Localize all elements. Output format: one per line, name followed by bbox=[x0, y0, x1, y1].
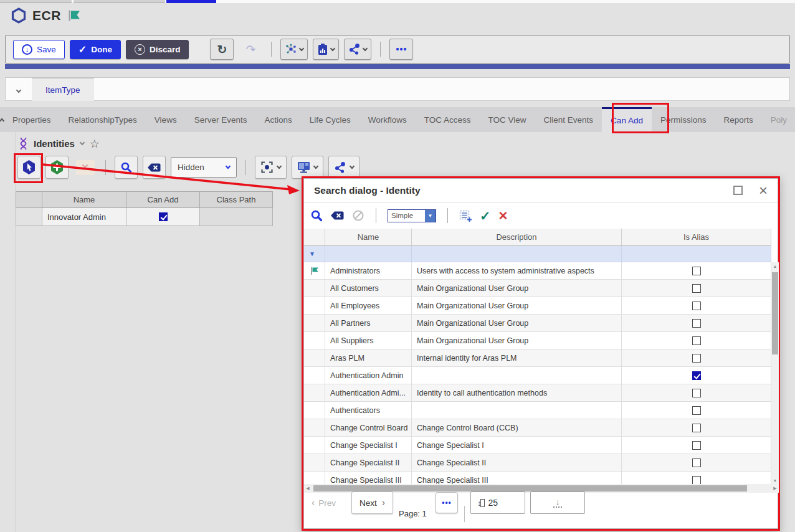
itemtype-accordion-tab[interactable]: ItemType bbox=[32, 77, 94, 101]
browser-tab-active[interactable] bbox=[166, 0, 216, 3]
tab-reports[interactable]: Reports bbox=[715, 107, 761, 132]
browser-tab[interactable] bbox=[0, 0, 72, 3]
hidden-filter-select[interactable]: Hidden bbox=[171, 157, 237, 178]
is-alias-cell[interactable] bbox=[622, 297, 771, 315]
tab-permissions[interactable]: Permissions bbox=[652, 107, 715, 132]
table-row[interactable]: Innovator Admin bbox=[16, 208, 273, 226]
is-alias-cell[interactable] bbox=[622, 262, 771, 280]
description-cell[interactable]: Main Organizational User Group bbox=[412, 332, 622, 349]
description-cell[interactable]: Change Control Board (CCB) bbox=[412, 419, 622, 437]
is-alias-checkbox[interactable] bbox=[692, 424, 701, 432]
more-button[interactable]: ••• bbox=[389, 39, 413, 60]
description-cell[interactable] bbox=[412, 402, 622, 419]
name-cell[interactable]: Authenticators bbox=[325, 402, 412, 419]
is-alias-cell[interactable] bbox=[622, 332, 771, 349]
tab-actions[interactable]: Actions bbox=[255, 107, 300, 132]
dialog-grid-row[interactable]: Authenticators bbox=[304, 402, 771, 419]
name-cell[interactable]: Authentication Admin bbox=[325, 367, 412, 384]
tab-client-events[interactable]: Client Events bbox=[535, 107, 602, 132]
download-button[interactable]: ↓ bbox=[530, 492, 585, 514]
share-button[interactable] bbox=[344, 39, 371, 60]
row-selector-cell[interactable] bbox=[16, 208, 42, 226]
description-cell[interactable]: Main Organizational User Group bbox=[412, 315, 622, 332]
dialog-grid-row[interactable]: All CustomersMain Organizational User Gr… bbox=[304, 280, 771, 297]
row-selector-cell[interactable] bbox=[304, 297, 325, 315]
column-header-description[interactable]: Description bbox=[412, 229, 622, 246]
dialog-grid-row[interactable]: Aras PLMInternal identity for Aras PLM bbox=[304, 349, 771, 367]
row-selector-cell[interactable] bbox=[304, 419, 325, 437]
row-selector-cell[interactable] bbox=[304, 384, 325, 402]
name-cell[interactable]: Change Control Board bbox=[325, 419, 412, 437]
filter-cell-description[interactable] bbox=[412, 246, 622, 262]
next-page-button[interactable]: Next › bbox=[351, 492, 393, 514]
is-alias-cell[interactable] bbox=[622, 384, 771, 402]
is-alias-checkbox[interactable] bbox=[692, 336, 701, 345]
is-alias-checkbox[interactable] bbox=[692, 267, 701, 275]
dialog-grid-row[interactable]: All PartnersMain Organizational User Gro… bbox=[304, 315, 771, 332]
discard-button[interactable]: × Discard bbox=[126, 40, 189, 59]
is-alias-checkbox[interactable] bbox=[692, 284, 701, 293]
name-cell[interactable]: Aras PLM bbox=[325, 349, 412, 367]
is-alias-cell[interactable] bbox=[622, 315, 771, 332]
report-button[interactable] bbox=[313, 39, 339, 60]
structure-button[interactable] bbox=[280, 39, 308, 60]
description-cell[interactable]: Internal identity for Aras PLM bbox=[412, 349, 622, 367]
tab-relationshiptypes[interactable]: RelationshipTypes bbox=[60, 107, 146, 132]
dialog-title-bar[interactable]: Search dialog - Identity × bbox=[304, 179, 778, 202]
is-alias-checkbox[interactable] bbox=[692, 406, 701, 415]
tab-workflows[interactable]: Workflows bbox=[359, 107, 416, 132]
browser-tab[interactable] bbox=[74, 0, 165, 3]
tab-life-cycles[interactable]: Life Cycles bbox=[301, 107, 359, 132]
favorite-icon[interactable]: ☆ bbox=[90, 138, 100, 150]
tab-views[interactable]: Views bbox=[146, 107, 186, 132]
can-add-checkbox[interactable] bbox=[159, 212, 168, 221]
tab-poly[interactable]: Poly bbox=[762, 107, 795, 132]
filter-cell-name[interactable] bbox=[325, 246, 412, 262]
clear-search-icon[interactable] bbox=[330, 211, 345, 221]
tab-toc-access[interactable]: TOC Access bbox=[416, 107, 480, 132]
name-cell[interactable]: All Suppliers bbox=[325, 332, 412, 349]
dialog-grid-row[interactable]: All EmployeesMain Organizational User Gr… bbox=[304, 297, 771, 315]
tab-toc-view[interactable]: TOC View bbox=[480, 107, 535, 132]
focus-button[interactable] bbox=[255, 156, 287, 179]
description-cell[interactable]: Main Organizational User Group bbox=[412, 297, 622, 315]
confirm-icon[interactable]: ✓ bbox=[480, 209, 491, 222]
search-button[interactable] bbox=[115, 156, 138, 179]
filter-cell[interactable]: ▼ bbox=[304, 246, 325, 262]
name-cell[interactable]: Innovator Admin bbox=[42, 208, 126, 226]
save-button[interactable]: ↓ Save bbox=[13, 40, 65, 59]
is-alias-checkbox[interactable] bbox=[692, 389, 701, 397]
name-cell[interactable]: All Employees bbox=[325, 297, 412, 315]
clear-search-button[interactable] bbox=[143, 156, 166, 179]
column-header-is-alias[interactable]: Is Alias bbox=[622, 229, 771, 246]
is-alias-cell[interactable] bbox=[622, 402, 771, 419]
row-selector-cell[interactable] bbox=[304, 367, 325, 384]
maximize-icon[interactable] bbox=[733, 186, 743, 195]
scroll-thumb[interactable] bbox=[772, 272, 778, 354]
description-cell[interactable]: Main Organizational User Group bbox=[412, 280, 622, 297]
dialog-grid-row[interactable]: AdministratorsUsers with access to syste… bbox=[304, 262, 771, 280]
row-selector-cell[interactable] bbox=[304, 315, 325, 332]
name-cell[interactable]: Authentication Admi... bbox=[325, 384, 412, 402]
dialog-grid-row[interactable]: Authentication Admi...Identity to call a… bbox=[304, 384, 771, 402]
chevron-down-icon[interactable] bbox=[16, 88, 21, 93]
multiselect-icon[interactable] bbox=[459, 209, 472, 222]
is-alias-checkbox[interactable] bbox=[692, 319, 701, 328]
column-header-name[interactable]: Name bbox=[325, 229, 412, 246]
chevron-down-icon[interactable] bbox=[80, 140, 85, 145]
row-selector-cell[interactable] bbox=[304, 332, 325, 349]
description-cell[interactable]: Users with access to system administrati… bbox=[412, 262, 622, 280]
refresh-button[interactable]: ↻ bbox=[210, 39, 234, 60]
column-header-can-add[interactable]: Can Add bbox=[126, 191, 199, 208]
scroll-up-arrow[interactable]: ▲ bbox=[771, 262, 779, 270]
description-cell[interactable] bbox=[412, 367, 622, 384]
row-selector-cell[interactable] bbox=[304, 349, 325, 367]
row-selector-cell[interactable] bbox=[304, 280, 325, 297]
done-button[interactable]: ✓ Done bbox=[70, 40, 121, 59]
share-button[interactable] bbox=[328, 156, 359, 179]
filter-cell-is-alias[interactable] bbox=[622, 246, 771, 262]
row-selector-cell[interactable] bbox=[304, 262, 325, 280]
select-dropdown-button[interactable]: ▼ bbox=[425, 210, 436, 222]
tab-properties[interactable]: Properties bbox=[4, 107, 60, 132]
is-alias-checkbox[interactable] bbox=[692, 371, 701, 380]
